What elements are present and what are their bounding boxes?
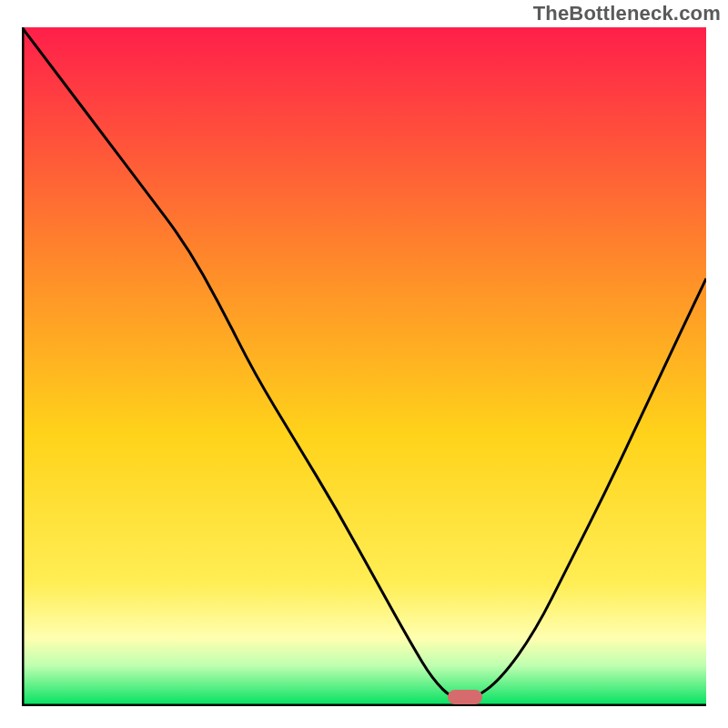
bottleneck-curve	[22, 27, 706, 700]
plot-frame	[22, 27, 706, 706]
chart-overlay	[22, 27, 706, 706]
optimal-range-marker	[448, 690, 482, 704]
chart-canvas: TheBottleneck.com	[0, 0, 728, 728]
attribution-label: TheBottleneck.com	[533, 2, 721, 25]
